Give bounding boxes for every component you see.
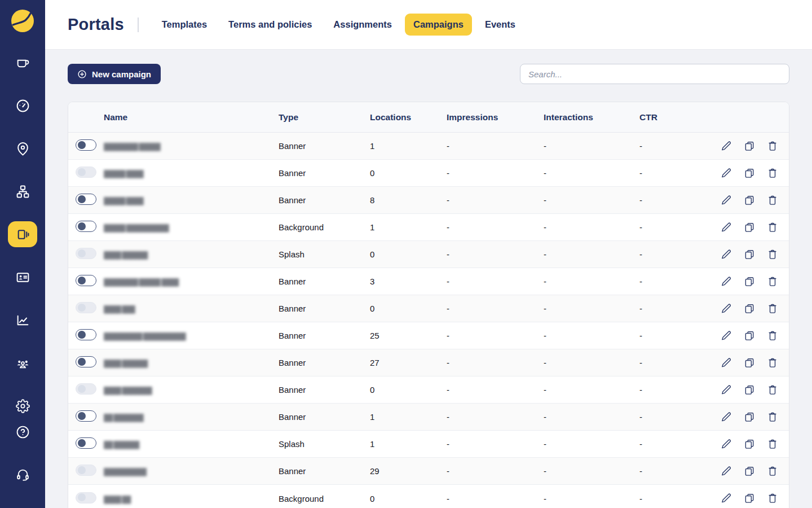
table-row[interactable]: ████ ██████ Banner 27 - - - — [68, 349, 789, 376]
sidebar-item-gauge[interactable] — [8, 93, 37, 119]
duplicate-button[interactable] — [744, 249, 755, 260]
sidebar-item-account[interactable] — [8, 505, 37, 508]
campaign-enabled-toggle[interactable] — [76, 329, 96, 340]
tab-templates[interactable]: Templates — [153, 14, 215, 36]
tab-campaigns[interactable]: Campaigns — [405, 14, 472, 36]
delete-button[interactable] — [767, 466, 778, 477]
row-actions — [711, 439, 789, 450]
delete-button[interactable] — [767, 141, 778, 152]
duplicate-button[interactable] — [744, 168, 755, 179]
campaign-ctr: - — [639, 358, 711, 367]
sidebar-item-contacts[interactable] — [8, 264, 37, 290]
table-row[interactable]: ██████████ Banner 29 - - - — [68, 458, 789, 485]
duplicate-button[interactable] — [744, 384, 755, 396]
delete-button[interactable] — [767, 276, 778, 287]
duplicate-button[interactable] — [744, 222, 755, 233]
table-row[interactable]: █████ ████ Banner 8 - - - — [68, 187, 789, 214]
delete-button[interactable] — [767, 384, 778, 396]
tab-assignments[interactable]: Assignments — [325, 14, 400, 36]
campaign-enabled-toggle[interactable] — [76, 139, 96, 151]
edit-button[interactable] — [721, 195, 732, 206]
edit-button[interactable] — [721, 222, 732, 233]
trash-icon — [767, 357, 778, 369]
delete-button[interactable] — [767, 439, 778, 450]
campaign-interactions: - — [544, 141, 639, 151]
table-row[interactable]: █████████ ██████████ Banner 25 - - - — [68, 322, 789, 349]
delete-button[interactable] — [767, 330, 778, 341]
campaign-name-redacted: ██████████ — [104, 466, 279, 476]
campaign-enabled-toggle[interactable] — [76, 302, 96, 313]
duplicate-button[interactable] — [744, 195, 755, 206]
table-row[interactable]: ██ ███████ Banner 1 - - - — [68, 404, 789, 431]
sidebar-item-campaigns[interactable] — [8, 221, 37, 247]
delete-button[interactable] — [767, 195, 778, 206]
campaign-locations: 0 — [370, 249, 447, 259]
campaign-enabled-toggle[interactable] — [76, 275, 96, 286]
duplicate-button[interactable] — [744, 276, 755, 287]
sidebar-item-help[interactable] — [8, 419, 37, 445]
duplicate-button[interactable] — [744, 411, 755, 423]
delete-button[interactable] — [767, 303, 778, 314]
campaign-enabled-toggle[interactable] — [76, 356, 96, 367]
edit-button[interactable] — [721, 439, 732, 450]
edit-button[interactable] — [721, 141, 732, 152]
table-row[interactable]: ████ ██████ Splash 0 - - - — [68, 241, 789, 268]
campaign-interactions: - — [544, 412, 639, 422]
table-row[interactable]: ████ ███ Banner 0 - - - — [68, 295, 789, 322]
edit-button[interactable] — [721, 493, 732, 504]
edit-button[interactable] — [721, 168, 732, 179]
delete-button[interactable] — [767, 411, 778, 423]
delete-button[interactable] — [767, 357, 778, 369]
edit-button[interactable] — [721, 411, 732, 423]
duplicate-button[interactable] — [744, 330, 755, 341]
sidebar-item-cup[interactable] — [8, 50, 37, 76]
sidebar-item-analytics[interactable] — [8, 307, 37, 333]
table-row[interactable]: ██ ██████ Splash 1 - - - — [68, 431, 789, 458]
delete-button[interactable] — [767, 168, 778, 179]
campaign-enabled-toggle[interactable] — [76, 465, 96, 476]
sidebar-item-sitemap[interactable] — [8, 178, 37, 204]
campaign-enabled-toggle[interactable] — [76, 248, 96, 259]
tab-events[interactable]: Events — [476, 14, 524, 36]
duplicate-button[interactable] — [744, 493, 755, 504]
sidebar-item-locations[interactable] — [8, 135, 37, 161]
table-row[interactable]: ████████ █████ ████ Banner 3 - - - — [68, 268, 789, 295]
table-row[interactable]: ████ ███████ Banner 0 - - - — [68, 376, 789, 404]
campaign-enabled-toggle[interactable] — [76, 194, 96, 205]
sidebar-item-settings[interactable] — [8, 393, 37, 419]
sidebar-item-users[interactable] — [8, 350, 37, 376]
duplicate-button[interactable] — [744, 303, 755, 314]
campaign-enabled-toggle[interactable] — [76, 410, 96, 422]
duplicate-button[interactable] — [744, 357, 755, 369]
edit-button[interactable] — [721, 384, 732, 396]
campaign-enabled-toggle[interactable] — [76, 167, 96, 178]
tab-terms-and-policies[interactable]: Terms and policies — [220, 14, 320, 36]
sidebar-item-support[interactable] — [8, 462, 37, 488]
duplicate-button[interactable] — [744, 439, 755, 450]
search-input[interactable] — [520, 64, 789, 84]
copy-icon — [744, 168, 755, 179]
edit-button[interactable] — [721, 466, 732, 477]
campaign-enabled-toggle[interactable] — [76, 437, 96, 449]
new-campaign-button[interactable]: New campaign — [68, 64, 161, 84]
delete-button[interactable] — [767, 493, 778, 504]
campaign-enabled-toggle[interactable] — [76, 492, 96, 503]
campaign-enabled-toggle[interactable] — [76, 221, 96, 232]
edit-button[interactable] — [721, 330, 732, 341]
edit-button[interactable] — [721, 276, 732, 287]
edit-button[interactable] — [721, 303, 732, 314]
table-row[interactable]: ████████ █████ Banner 1 - - - — [68, 133, 789, 160]
duplicate-button[interactable] — [744, 466, 755, 477]
table-row[interactable]: █████ ██████████ Background 1 - - - — [68, 214, 789, 241]
brand-logo[interactable] — [11, 9, 34, 33]
delete-button[interactable] — [767, 249, 778, 260]
duplicate-button[interactable] — [744, 141, 755, 152]
table-row[interactable]: ████ ██ Background 0 - - - — [68, 485, 789, 508]
edit-button[interactable] — [721, 249, 732, 260]
table-row[interactable]: █████ ████ Banner 0 - - - — [68, 160, 789, 187]
campaign-enabled-toggle[interactable] — [76, 383, 96, 395]
gauge-icon — [16, 99, 30, 113]
campaign-impressions: - — [447, 494, 544, 503]
edit-button[interactable] — [721, 357, 732, 369]
delete-button[interactable] — [767, 222, 778, 233]
